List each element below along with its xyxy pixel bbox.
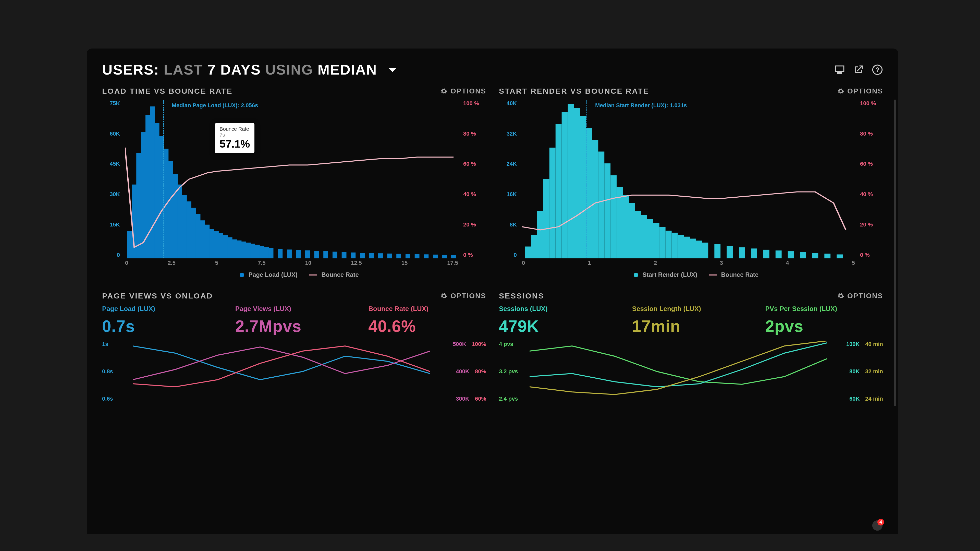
- svg-rect-32: [264, 247, 269, 258]
- legend-bars: Start Render (LUX): [642, 271, 697, 278]
- legend: Start Render (LUX) Bounce Rate: [499, 271, 883, 278]
- scrollbar[interactable]: [894, 100, 896, 406]
- metric-value: 2.7Mpvs: [235, 317, 353, 336]
- svg-rect-80: [684, 236, 690, 258]
- y-tick: 24 min: [865, 395, 883, 402]
- y-tick: 40 %: [463, 191, 486, 197]
- svg-rect-35: [287, 250, 292, 258]
- svg-rect-81: [690, 239, 696, 258]
- median-line: [587, 100, 587, 258]
- badge-count: 4: [877, 519, 884, 526]
- svg-rect-2: [127, 231, 132, 258]
- svg-rect-84: [714, 244, 721, 258]
- svg-rect-42: [351, 253, 355, 258]
- y-tick: 15K: [102, 221, 120, 228]
- chart-svg: [133, 341, 430, 402]
- legend-dot-icon: [240, 273, 244, 277]
- y-tick: 8K: [499, 221, 517, 228]
- y-tick: 0 %: [860, 252, 883, 258]
- svg-rect-70: [623, 195, 629, 258]
- y-tick: 300K: [456, 395, 469, 402]
- header-actions: ?: [834, 64, 883, 76]
- metric-label: Page Load (LUX): [102, 305, 220, 313]
- y-tick: 0: [499, 252, 517, 258]
- y-tick: 20 %: [463, 221, 486, 228]
- dashboard-screen: USERS: LAST 7 DAYS USING MEDIAN ? LOAD T…: [87, 48, 898, 533]
- svg-rect-49: [415, 254, 420, 258]
- y-tick: 60 %: [463, 161, 486, 167]
- svg-rect-86: [739, 247, 745, 258]
- svg-rect-83: [702, 242, 708, 258]
- svg-rect-68: [611, 175, 617, 258]
- y-axis-right: 100 % 80 % 60 % 40 % 20 % 0 %: [463, 100, 486, 258]
- svg-rect-61: [568, 104, 574, 258]
- svg-rect-23: [223, 235, 228, 258]
- metric-pvs-per-session: PVs Per Session (LUX) 2pvs: [765, 305, 883, 336]
- svg-rect-11: [168, 161, 173, 258]
- options-label: OPTIONS: [847, 292, 883, 300]
- legend-bars: Page Load (LUX): [248, 271, 298, 278]
- options-button[interactable]: OPTIONS: [440, 292, 486, 300]
- plot-surface[interactable]: [530, 341, 827, 402]
- x-tick: 12.5: [351, 260, 362, 266]
- x-tick: 5: [215, 260, 218, 266]
- x-tick: 5: [852, 260, 855, 266]
- options-button[interactable]: OPTIONS: [837, 292, 883, 300]
- chart-area: 75K 60K 45K 30K 15K 0 100 % 80 % 60 % 40…: [102, 100, 486, 279]
- svg-rect-72: [635, 211, 641, 258]
- median-line: [163, 100, 164, 258]
- median-annotation: Median Start Render (LUX): 1.031s: [595, 102, 687, 109]
- svg-rect-25: [232, 239, 237, 258]
- svg-rect-37: [305, 250, 310, 258]
- svg-rect-82: [696, 240, 702, 258]
- svg-rect-53: [451, 255, 456, 258]
- monitor-icon[interactable]: [834, 64, 845, 76]
- svg-rect-51: [433, 255, 438, 258]
- share-icon[interactable]: [853, 64, 864, 76]
- tooltip: Bounce Rate 7s 57.1%: [215, 123, 255, 153]
- svg-rect-87: [751, 248, 757, 258]
- y-tick: 80K: [850, 368, 859, 375]
- metric-value: 2pvs: [765, 317, 883, 336]
- y-tick: 32K: [499, 131, 517, 137]
- help-icon[interactable]: ?: [872, 64, 883, 76]
- svg-rect-93: [824, 253, 830, 258]
- y-tick: 500K: [453, 341, 466, 347]
- svg-rect-31: [259, 245, 264, 258]
- svg-rect-39: [323, 251, 328, 258]
- chart-svg: [125, 100, 458, 258]
- mini-y-right: 100K40 min 80K32 min 60K24 min: [846, 341, 883, 402]
- options-button[interactable]: OPTIONS: [837, 87, 883, 95]
- y-tick: 80%: [475, 368, 486, 375]
- svg-rect-45: [378, 253, 383, 258]
- svg-rect-33: [269, 248, 274, 258]
- plot-surface[interactable]: Median Start Render (LUX): 1.031s: [522, 100, 855, 258]
- x-axis: 0 2.5 5 7.5 10 12.5 15 17.5: [125, 260, 458, 266]
- y-tick: 60K: [102, 131, 120, 137]
- svg-rect-77: [666, 231, 672, 258]
- title-range: 7 DAYS: [207, 62, 261, 78]
- metric-sessions: Sessions (LUX) 479K: [499, 305, 617, 336]
- y-tick: 400K: [456, 368, 469, 375]
- y-axis-left: 75K 60K 45K 30K 15K 0: [102, 100, 120, 258]
- svg-rect-52: [442, 255, 447, 258]
- y-axis-right: 100 % 80 % 60 % 40 % 20 % 0 %: [860, 100, 883, 258]
- x-tick: 15: [401, 260, 407, 266]
- svg-rect-40: [332, 252, 337, 258]
- y-tick: 100%: [472, 341, 486, 347]
- options-button[interactable]: OPTIONS: [440, 87, 486, 95]
- y-tick: 100 %: [463, 100, 486, 107]
- panel-title: START RENDER VS BOUNCE RATE: [499, 87, 649, 96]
- gear-icon: [837, 292, 844, 299]
- svg-rect-63: [580, 116, 586, 258]
- plot-surface[interactable]: [133, 341, 430, 402]
- page-title[interactable]: USERS: LAST 7 DAYS USING MEDIAN: [102, 61, 398, 79]
- svg-rect-92: [812, 253, 818, 258]
- x-tick: 1: [588, 260, 591, 266]
- y-tick: 0.6s: [102, 395, 113, 402]
- plot-surface[interactable]: Median Page Load (LUX): 2.056s Bounce Ra…: [125, 100, 458, 258]
- chevron-down-icon[interactable]: [387, 62, 398, 79]
- svg-rect-28: [246, 242, 251, 258]
- svg-rect-24: [228, 237, 232, 258]
- notification-badge[interactable]: 4: [872, 520, 883, 531]
